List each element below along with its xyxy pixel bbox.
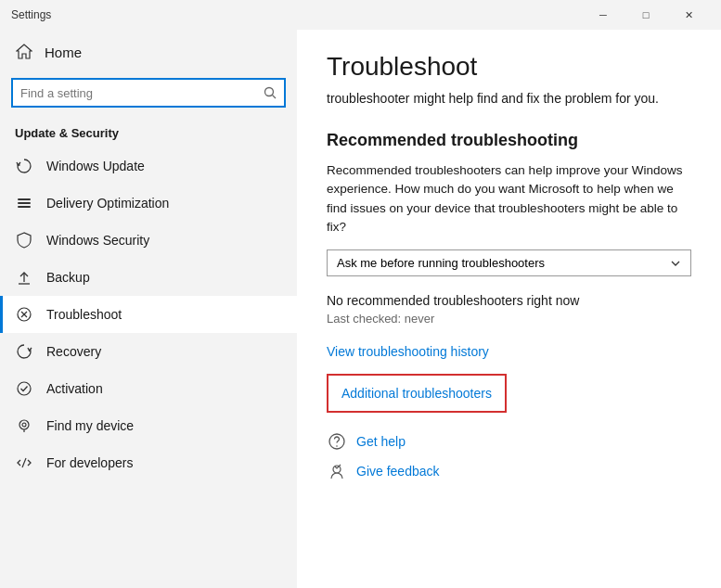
recommended-heading: Recommended troubleshooting xyxy=(327,131,691,150)
delivery-optimization-label: Delivery Optimization xyxy=(46,196,169,211)
get-help-icon xyxy=(327,431,347,452)
home-label: Home xyxy=(45,45,82,60)
chevron-down-icon xyxy=(670,258,681,269)
svg-line-13 xyxy=(22,458,26,467)
svg-point-9 xyxy=(18,382,31,395)
svg-rect-4 xyxy=(18,206,31,208)
close-button[interactable]: ✕ xyxy=(667,0,710,30)
titlebar-controls: ─ □ ✕ xyxy=(582,0,710,30)
home-icon xyxy=(15,43,33,61)
sidebar-item-activation[interactable]: Activation xyxy=(0,370,297,407)
sidebar: Home Update & Security Windows Update xyxy=(0,30,297,588)
sidebar-item-find-my-device[interactable]: Find my device xyxy=(0,407,297,444)
svg-point-10 xyxy=(19,420,29,429)
recommended-description: Recommended troubleshooters can help imp… xyxy=(327,161,691,236)
troubleshoot-icon xyxy=(15,305,33,324)
search-icon xyxy=(264,86,277,99)
titlebar-title: Settings xyxy=(11,8,582,21)
sidebar-item-windows-update[interactable]: Windows Update xyxy=(0,147,297,185)
windows-security-icon xyxy=(15,231,33,249)
svg-line-1 xyxy=(273,96,277,99)
for-developers-icon xyxy=(15,454,33,472)
search-input[interactable] xyxy=(20,86,258,100)
additional-troubleshooters-box[interactable]: Additional troubleshooters xyxy=(327,374,507,413)
troubleshoot-label: Troubleshoot xyxy=(46,307,122,322)
maximize-button[interactable]: □ xyxy=(624,0,667,30)
minimize-button[interactable]: ─ xyxy=(582,0,624,30)
svg-point-0 xyxy=(265,88,274,96)
recovery-icon xyxy=(15,342,33,361)
content-subtitle: troubleshooter might help find and fix t… xyxy=(327,89,691,109)
dropdown-value: Ask me before running troubleshooters xyxy=(337,256,545,270)
delivery-optimization-icon xyxy=(15,194,33,212)
content-area: Troubleshoot troubleshooter might help f… xyxy=(297,30,721,588)
svg-point-11 xyxy=(22,423,26,427)
get-help-link[interactable]: Get help xyxy=(356,434,406,449)
give-feedback-icon xyxy=(327,461,347,481)
give-feedback-link[interactable]: Give feedback xyxy=(356,464,440,479)
activation-icon xyxy=(15,379,33,398)
for-developers-label: For developers xyxy=(46,455,133,470)
backup-label: Backup xyxy=(46,270,90,285)
sidebar-item-recovery[interactable]: Recovery xyxy=(0,333,297,370)
sidebar-item-troubleshoot[interactable]: Troubleshoot xyxy=(0,296,297,333)
sidebar-item-windows-security[interactable]: Windows Security xyxy=(0,222,297,259)
windows-security-label: Windows Security xyxy=(46,233,149,248)
activation-label: Activation xyxy=(46,381,103,396)
main-layout: Home Update & Security Windows Update xyxy=(0,30,721,588)
recovery-label: Recovery xyxy=(46,344,101,359)
view-history-link[interactable]: View troubleshooting history xyxy=(327,344,691,359)
find-my-device-label: Find my device xyxy=(46,418,134,433)
search-box xyxy=(11,78,286,108)
windows-update-icon xyxy=(15,157,33,175)
get-help-item: Get help xyxy=(327,431,691,452)
troubleshooter-dropdown[interactable]: Ask me before running troubleshooters xyxy=(327,249,691,276)
sidebar-item-for-developers[interactable]: For developers xyxy=(0,444,297,481)
sidebar-item-backup[interactable]: Backup xyxy=(0,259,297,296)
windows-update-label: Windows Update xyxy=(46,159,145,173)
no-recommended-text: No recommended troubleshooters right now xyxy=(327,293,691,308)
svg-point-16 xyxy=(333,466,341,473)
sidebar-item-home[interactable]: Home xyxy=(0,30,297,74)
additional-troubleshooters-link[interactable]: Additional troubleshooters xyxy=(341,386,492,401)
give-feedback-item: Give feedback xyxy=(327,461,691,481)
last-checked-text: Last checked: never xyxy=(327,312,691,326)
titlebar: Settings ─ □ ✕ xyxy=(0,0,721,30)
svg-rect-3 xyxy=(18,202,31,204)
backup-icon xyxy=(15,268,33,287)
find-my-device-icon xyxy=(15,416,33,435)
svg-point-15 xyxy=(336,445,338,447)
svg-rect-2 xyxy=(18,198,31,200)
sidebar-section-title: Update & Security xyxy=(0,119,297,147)
page-title: Troubleshoot xyxy=(327,52,691,82)
sidebar-item-delivery-optimization[interactable]: Delivery Optimization xyxy=(0,185,297,222)
